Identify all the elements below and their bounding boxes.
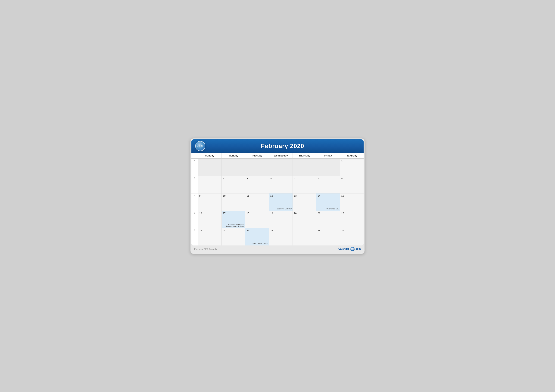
week-num-6: 6 xyxy=(191,176,198,193)
cal-cell-r1-c5[interactable]: 7 xyxy=(316,176,340,193)
cal-cell-r0-c0[interactable] xyxy=(198,158,221,176)
event-label-12: Lincoln's Birthday xyxy=(277,208,292,210)
cal-cell-r1-c0[interactable]: 2 xyxy=(198,176,221,193)
cal-cell-r0-c5[interactable] xyxy=(316,158,340,176)
cal-cell-r1-c3[interactable]: 5 xyxy=(269,176,292,193)
calendar-title: February 2020 xyxy=(205,143,360,150)
date-num-6: 6 xyxy=(294,177,315,180)
cal-cell-r0-c6[interactable]: 1 xyxy=(340,158,364,176)
date-num-2: 2 xyxy=(199,177,220,180)
calendar-inner: 365 February 2020 Sunday Monday Tuesday … xyxy=(191,139,364,245)
cal-cell-r4-c1[interactable]: 24 xyxy=(221,228,245,245)
date-num-29: 29 xyxy=(341,229,362,232)
cal-cell-r3-c0[interactable]: 16 xyxy=(198,211,221,228)
cal-cell-r2-c3[interactable]: 12Lincoln's Birthday xyxy=(269,193,292,211)
cal-cell-r4-c6[interactable]: 29 xyxy=(340,228,364,245)
logo-circle: 365 xyxy=(195,141,205,151)
cal-cell-r3-c5[interactable]: 21 xyxy=(316,211,340,228)
day-header-fri: Friday xyxy=(316,153,340,158)
cal-cell-r4-c3[interactable]: 26 xyxy=(269,228,292,245)
date-num-27: 27 xyxy=(294,229,315,232)
date-num-10: 10 xyxy=(223,194,244,197)
cal-cell-r3-c4[interactable]: 20 xyxy=(292,211,316,228)
cal-cell-r1-c4[interactable]: 6 xyxy=(292,176,316,193)
day-header-wed: Wednesday xyxy=(269,153,292,158)
date-num-1: 1 xyxy=(341,160,362,162)
week-num-7: 7 xyxy=(191,193,198,211)
calendar-wrapper: 365 February 2020 Sunday Monday Tuesday … xyxy=(190,138,365,254)
cal-cell-r3-c3[interactable]: 19 xyxy=(269,211,292,228)
cal-cell-r1-c1[interactable]: 3 xyxy=(221,176,245,193)
date-num-11: 11 xyxy=(247,194,268,197)
date-num-22: 22 xyxy=(341,212,362,214)
cal-cell-r4-c5[interactable]: 28 xyxy=(316,228,340,245)
footer-right: Calendar-365.com xyxy=(338,247,361,251)
date-num-23: 23 xyxy=(199,229,220,232)
date-num-21: 21 xyxy=(318,212,339,214)
cal-cell-r0-c2[interactable] xyxy=(245,158,269,176)
day-header-thu: Thursday xyxy=(292,153,316,158)
cal-cell-r3-c6[interactable]: 22 xyxy=(340,211,364,228)
week-num-8: 8 xyxy=(191,211,198,228)
cal-cell-r2-c6[interactable]: 15 xyxy=(340,193,364,211)
cal-cell-r0-c3[interactable] xyxy=(269,158,292,176)
cal-cell-r4-c0[interactable]: 23 xyxy=(198,228,221,245)
cal-cell-r2-c4[interactable]: 13 xyxy=(292,193,316,211)
date-num-8: 8 xyxy=(341,177,362,180)
day-header-mon: Monday xyxy=(221,153,245,158)
day-header-sun: Sunday xyxy=(198,153,221,158)
date-num-14: 14 xyxy=(318,194,339,197)
cal-cell-r4-c2[interactable]: 25Mardi Gras Carnival xyxy=(245,228,269,245)
cal-cell-r2-c2[interactable]: 11 xyxy=(245,193,269,211)
calendar-grid: 516234567879101112Lincoln's Birthday1314… xyxy=(191,158,364,245)
cal-cell-r4-c4[interactable]: 27 xyxy=(292,228,316,245)
cal-cell-r2-c1[interactable]: 10 xyxy=(221,193,245,211)
date-num-15: 15 xyxy=(341,194,362,197)
date-num-7: 7 xyxy=(318,177,339,180)
date-num-4: 4 xyxy=(247,177,268,180)
date-num-9: 9 xyxy=(199,194,220,197)
calendar-footer: February 2020 Calendar Calendar-365.com xyxy=(191,245,364,253)
date-num-16: 16 xyxy=(199,212,220,214)
event-label-17: Presidents Day and Washington's Birthday xyxy=(222,223,244,227)
date-num-17: 17 xyxy=(223,212,244,214)
cal-cell-r0-c4[interactable] xyxy=(292,158,316,176)
date-num-13: 13 xyxy=(294,194,315,197)
calendar-header: 365 February 2020 xyxy=(191,139,364,153)
date-num-18: 18 xyxy=(247,212,268,214)
date-num-24: 24 xyxy=(223,229,244,232)
cal-cell-r2-c5[interactable]: 14Valentine's Day xyxy=(316,193,340,211)
cal-cell-r0-c1[interactable] xyxy=(221,158,245,176)
date-num-3: 3 xyxy=(223,177,244,180)
footer-brand-suffix: .com xyxy=(355,248,361,250)
event-label-25: Mardi Gras Carnival xyxy=(252,243,268,244)
logo-text: 365 xyxy=(197,144,203,148)
date-num-12: 12 xyxy=(270,194,291,197)
event-label-14: Valentine's Day xyxy=(326,208,339,210)
date-num-19: 19 xyxy=(270,212,291,214)
day-headers-row: Sunday Monday Tuesday Wednesday Thursday… xyxy=(191,153,364,158)
day-header-tue: Tuesday xyxy=(245,153,269,158)
cal-cell-r1-c6[interactable]: 8 xyxy=(340,176,364,193)
week-num-5: 5 xyxy=(191,158,198,176)
date-num-25: 25 xyxy=(247,229,268,232)
date-num-20: 20 xyxy=(294,212,315,214)
date-num-26: 26 xyxy=(270,229,291,232)
cal-cell-r3-c1[interactable]: 17Presidents Day and Washington's Birthd… xyxy=(221,211,245,228)
date-num-28: 28 xyxy=(318,229,339,232)
footer-logo-circle: 365 xyxy=(351,247,355,251)
cal-cell-r2-c0[interactable]: 9 xyxy=(198,193,221,211)
week-num-header xyxy=(191,153,198,158)
cal-cell-r1-c2[interactable]: 4 xyxy=(245,176,269,193)
date-num-5: 5 xyxy=(270,177,291,180)
footer-left: February 2020 Calendar xyxy=(194,248,218,250)
footer-brand-prefix: Calendar- xyxy=(338,248,350,250)
day-header-sat: Saturday xyxy=(340,153,364,158)
week-num-9: 9 xyxy=(191,228,198,245)
cal-cell-r3-c2[interactable]: 18 xyxy=(245,211,269,228)
